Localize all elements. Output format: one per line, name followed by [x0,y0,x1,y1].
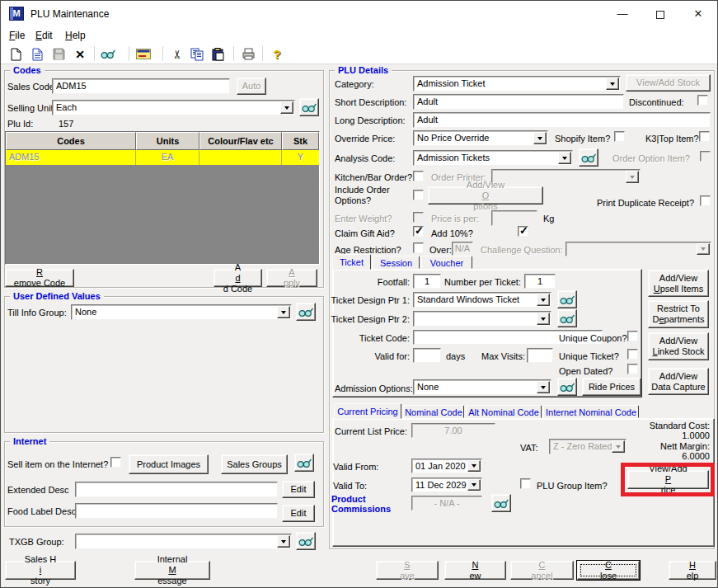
help-icon[interactable]: ? [268,45,286,63]
valid-to-select[interactable]: 11 Dec 2029 [411,477,482,492]
add-view-data-capture-button[interactable]: Add/View Data Capture [648,368,709,395]
till-info-group-select[interactable]: None [71,304,292,320]
codes-table[interactable]: Codes Units Colour/Flav etc Stk ADM15 EA… [5,131,320,265]
print-duplicate-receipt-checkbox[interactable] [700,195,711,206]
claim-gift-aid-checkbox[interactable] [413,226,424,237]
valid-from-select[interactable]: 01 Jan 2020 [411,459,482,473]
print-icon[interactable] [239,45,257,63]
internal-message-button[interactable]: Internal Message [134,561,210,580]
short-description-input[interactable]: Adult [413,94,624,110]
food-label-desc-edit-button[interactable]: Edit [282,505,315,522]
delete-icon[interactable]: ✕ [71,45,89,63]
sales-groups-button[interactable]: Sales Groups [221,454,288,474]
tab-nominal-code[interactable]: Nominal Code [403,405,464,418]
food-label-desc-input[interactable] [75,503,278,519]
chevron-down-icon[interactable] [277,535,290,548]
new-icon[interactable] [7,45,25,63]
save-button[interactable]: Save [376,561,439,580]
tab-voucher[interactable]: Voucher [421,256,472,269]
enter-weight-checkbox[interactable] [413,212,424,223]
close-button[interactable]: Close [577,561,640,580]
analysis-code-glasses-button[interactable] [579,148,598,167]
paste-icon[interactable] [209,45,227,63]
remove-code-button[interactable]: Remove Code [5,269,74,287]
column-stk[interactable]: Stk [282,132,319,150]
menu-help[interactable]: Help [60,28,91,43]
view-add-stock-button[interactable]: View/Add Stock [626,74,711,92]
ticket-design-ptr1-select[interactable]: Standard Windows Ticket [413,292,551,308]
number-per-ticket-input[interactable]: 1 [524,274,556,289]
tab-internet-nominal-code[interactable]: Internet Nominal Code [543,405,639,418]
add-view-linked-stock-button[interactable]: Add/View Linked Stock [648,332,709,360]
vat-select[interactable]: Z - Zero Rated [549,439,626,454]
new-button[interactable]: New [444,561,506,580]
order-option-item-checkbox[interactable] [700,151,711,162]
unique-coupon-checkbox[interactable] [627,331,638,341]
chevron-down-icon[interactable] [697,243,710,255]
txgb-group-select[interactable] [75,534,292,549]
valid-for-input[interactable] [413,348,441,363]
admission-options-glasses-button[interactable] [557,378,577,396]
admission-options-select[interactable]: None [413,379,551,395]
chevron-down-icon[interactable] [537,381,550,393]
ticket-design-ptr2-select[interactable] [413,311,551,327]
menu-edit[interactable]: Edit [31,28,58,43]
unique-ticket-checkbox[interactable] [627,349,638,360]
selling-unit-select[interactable]: Each [52,100,295,115]
tab-session[interactable]: Session [373,256,420,269]
chevron-down-icon[interactable] [626,171,639,183]
apply-button[interactable]: Apply [266,269,317,287]
chevron-down-icon[interactable] [277,306,290,318]
till-info-glasses-button[interactable] [296,303,316,321]
column-codes[interactable]: Codes [6,132,136,150]
selling-unit-glasses-button[interactable] [299,98,319,116]
internet-glasses-button[interactable] [294,454,314,472]
table-row[interactable]: ADM15 EA Y [6,150,319,165]
open-dated-checkbox[interactable] [627,364,638,374]
chevron-down-icon[interactable] [537,313,550,325]
add-view-options-button[interactable]: Add/View Options [428,186,543,205]
shopify-item-checkbox[interactable] [614,131,625,142]
plu-group-item-checkbox[interactable] [520,478,531,489]
chevron-down-icon[interactable] [280,101,293,114]
sell-on-internet-checkbox[interactable] [110,457,121,468]
kitchen-bar-order-checkbox[interactable] [413,171,424,181]
restrict-to-departments-button[interactable]: Restrict To Departments [648,300,709,328]
label-icon[interactable] [134,45,153,63]
analysis-code-select[interactable]: Admission Tickets [413,150,573,166]
extended-desc-edit-button[interactable]: Edit [282,481,315,498]
column-units[interactable]: Units [136,132,199,150]
open-document-icon[interactable] [28,45,46,63]
copy-icon[interactable] [188,45,206,63]
design-ptr2-glasses-button[interactable] [557,309,577,327]
add-view-upsell-items-button[interactable]: Add/View Upsell Items [648,270,709,297]
close-window-button[interactable]: ✕ [679,1,717,26]
k3-top-item-checkbox[interactable] [699,131,710,142]
include-order-options-checkbox[interactable] [413,190,424,200]
category-select[interactable]: Admission Ticket [413,76,621,92]
txgb-glasses-button[interactable] [296,532,316,550]
long-description-input[interactable]: Adult [413,112,711,128]
maximize-button[interactable] [641,1,679,26]
tab-ticket[interactable]: Ticket [332,254,371,270]
help-button[interactable]: Help [669,561,716,580]
chevron-down-icon[interactable] [537,294,550,306]
chevron-down-icon[interactable] [606,78,619,90]
sales-history-button[interactable]: Sales History [5,561,76,580]
challenge-question-select[interactable] [565,242,711,256]
override-price-select[interactable]: No Price Override [413,130,548,146]
chevron-down-icon[interactable] [467,479,481,491]
chevron-down-icon[interactable] [467,460,481,472]
add-10-percent-checkbox[interactable] [518,226,528,237]
commissions-glasses-button[interactable] [491,494,511,512]
order-printer-select[interactable] [491,169,641,185]
extended-desc-input[interactable] [75,482,278,497]
price-per-input[interactable] [491,210,537,226]
view-glasses-icon[interactable] [99,45,117,63]
auto-button[interactable]: Auto [237,78,266,95]
max-visits-input[interactable] [527,348,553,363]
sales-code-input[interactable]: ADM15 [52,78,230,94]
design-ptr1-glasses-button[interactable] [557,290,577,308]
footfall-input[interactable]: 1 [413,274,441,289]
product-images-button[interactable]: Product Images [129,454,209,474]
